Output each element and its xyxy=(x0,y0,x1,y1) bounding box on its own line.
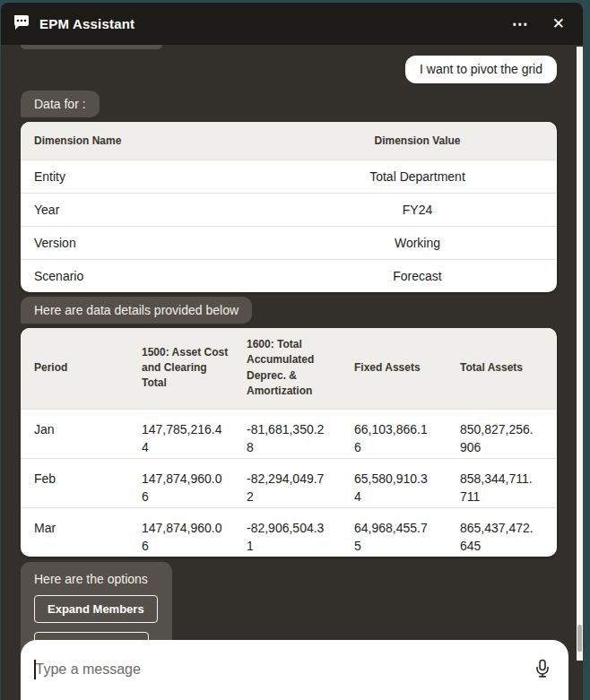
options-label: Here are the options xyxy=(34,572,158,586)
scrolled-message-remnant xyxy=(21,45,162,49)
period-cell: Jan xyxy=(21,409,142,458)
dimension-table-header-row: Dimension Name Dimension Value xyxy=(21,122,556,160)
page-background: EPM Assistant ⋯ ✕ I want to pivot the gr… xyxy=(0,0,590,700)
dimension-table: Dimension Name Dimension Value Entity To… xyxy=(21,122,556,292)
dimension-value-cell: FY24 xyxy=(288,193,556,226)
table-row: Year FY24 xyxy=(21,193,556,226)
value-cell: 64,968,455.75 xyxy=(354,507,460,557)
epm-assistant-window: EPM Assistant ⋯ ✕ I want to pivot the gr… xyxy=(1,3,583,700)
scrollbar-thumb[interactable] xyxy=(577,625,582,652)
overflow-menu-button[interactable]: ⋯ xyxy=(510,14,531,34)
data-grid-table: Period 1500: Asset Cost and Clearing Tot… xyxy=(21,328,556,557)
message-input[interactable] xyxy=(36,660,535,679)
fixed-assets-header: Fixed Assets xyxy=(354,328,460,409)
dimension-value-cell: Forecast xyxy=(288,259,556,292)
value-cell: 147,874,960.06 xyxy=(142,458,247,507)
close-button[interactable]: ✕ xyxy=(551,14,567,33)
header-title-group: EPM Assistant xyxy=(13,14,134,34)
asset-cost-header: 1500: Asset Cost and Clearing Total xyxy=(142,328,247,409)
dimension-table-card: Dimension Name Dimension Value Entity To… xyxy=(21,122,557,292)
message-composer xyxy=(21,640,568,700)
microphone-icon[interactable] xyxy=(534,659,551,681)
dimension-value-cell: Working xyxy=(288,226,556,259)
period-cell: Mar xyxy=(21,507,142,557)
chat-bubble-icon xyxy=(13,14,30,34)
value-cell: 865,437,472.645 xyxy=(460,507,556,557)
data-grid-card: Period 1500: Asset Cost and Clearing Tot… xyxy=(21,328,557,557)
scrollbar-track[interactable] xyxy=(577,47,583,661)
dimension-name-header: Dimension Name xyxy=(21,122,288,160)
value-cell: 147,785,216.44 xyxy=(142,409,247,458)
value-cell: 66,103,866.16 xyxy=(354,409,460,458)
message-list[interactable]: I want to pivot the grid Data for : Dime… xyxy=(1,45,577,700)
dimension-value-cell: Total Department xyxy=(288,160,556,193)
table-row: Mar 147,874,960.06 -82,906,504.31 64,968… xyxy=(21,507,556,557)
user-message-bubble: I want to pivot the grid xyxy=(405,56,557,83)
dimension-value-header: Dimension Value xyxy=(288,122,556,160)
dimension-name-cell: Entity xyxy=(21,160,288,193)
data-grid-header-row: Period 1500: Asset Cost and Clearing Tot… xyxy=(21,328,556,409)
period-header: Period xyxy=(21,328,142,409)
value-cell: 858,344,711.711 xyxy=(460,458,556,507)
value-cell: 65,580,910.34 xyxy=(354,458,460,507)
table-row: Scenario Forecast xyxy=(21,259,556,292)
bot-message-details: Here are data details provided below xyxy=(21,297,252,324)
value-cell: -82,294,049.72 xyxy=(247,458,354,507)
value-cell: 147,874,960.06 xyxy=(142,507,247,557)
table-row: Jan 147,785,216.44 -81,681,350.28 66,103… xyxy=(21,409,556,458)
dimension-name-cell: Version xyxy=(21,226,288,259)
table-row: Feb 147,874,960.06 -82,294,049.72 65,580… xyxy=(21,458,556,507)
user-message-row: I want to pivot the grid xyxy=(21,56,557,83)
window-header: EPM Assistant ⋯ ✕ xyxy=(1,3,583,45)
period-cell: Feb xyxy=(21,458,142,507)
value-cell: 850,827,256.906 xyxy=(460,409,556,458)
value-cell: -81,681,350.28 xyxy=(247,409,354,458)
dimension-name-cell: Year xyxy=(21,193,288,226)
value-cell: -82,906,504.31 xyxy=(247,507,354,557)
header-actions: ⋯ ✕ xyxy=(510,14,567,34)
accumulated-deprec-header: 1600: Total Accumulated Deprec. & Amorti… xyxy=(247,328,354,409)
table-row: Version Working xyxy=(21,226,556,259)
dimension-name-cell: Scenario xyxy=(21,259,288,292)
window-title: EPM Assistant xyxy=(39,16,134,31)
expand-members-button[interactable]: Expand Members xyxy=(34,595,158,623)
total-assets-header: Total Assets xyxy=(460,328,556,409)
table-row: Entity Total Department xyxy=(21,160,556,193)
bot-message-data-for: Data for : xyxy=(21,91,100,117)
